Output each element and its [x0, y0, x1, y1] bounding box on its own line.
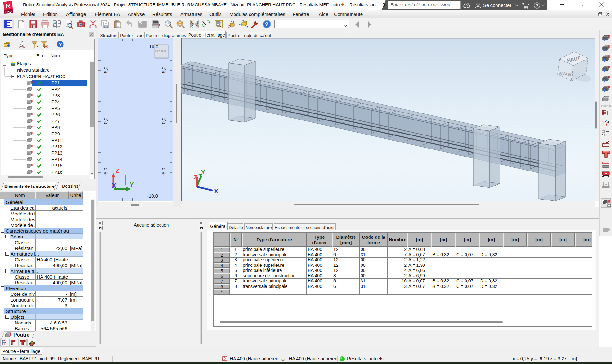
svg-text:5,0: 5,0 [161, 67, 166, 73]
svg-text:3: 3 [608, 121, 609, 125]
svg-text:-5,0: -5,0 [103, 168, 108, 176]
svg-text:DROITE: DROITE [155, 49, 168, 53]
svg-text:0,0: 0,0 [161, 118, 166, 124]
svg-text:Z: Z [193, 174, 197, 181]
svg-text:Eléments de la structure: Eléments de la structure [4, 184, 55, 189]
svg-text:5,0: 5,0 [103, 67, 108, 73]
svg-text:-10,0: -10,0 [147, 44, 158, 49]
svg-text:X: X [112, 182, 116, 189]
svg-text:Z: Z [116, 167, 119, 174]
svg-text:X: X [214, 188, 218, 194]
svg-text:2: 2 [605, 119, 607, 123]
svg-text:R: R [5, 2, 11, 10]
svg-text:-10,0: -10,0 [147, 193, 158, 199]
svg-text:Dessins: Dessins [62, 184, 78, 189]
svg-text:1: 1 [602, 121, 604, 125]
svg-text:?: ? [59, 42, 62, 47]
svg-text:PRO: PRO [5, 10, 12, 13]
svg-text:0,0: 0,0 [103, 118, 108, 124]
svg-text:Y: Y [130, 181, 134, 188]
svg-text:-5,0: -5,0 [161, 168, 166, 176]
svg-text:Y: Y [201, 169, 205, 176]
